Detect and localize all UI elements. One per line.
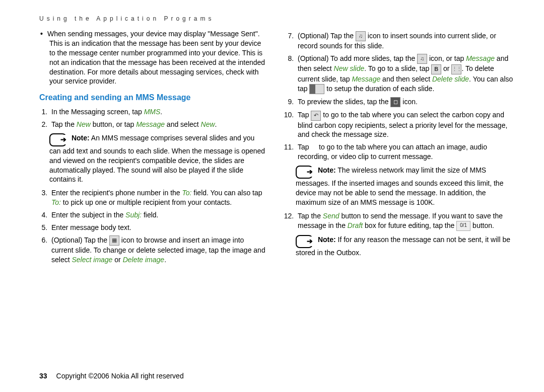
text: . [160,108,162,116]
step-6: (Optional) Tap the icon to browse and in… [49,236,267,265]
duration-icon [309,84,324,94]
text: . [164,256,166,264]
intro-bullet-list: When sending messages, your device may d… [39,29,267,86]
page: Using the Application Programs When send… [0,0,544,392]
step-3: Enter the recipient's phone number in th… [49,188,267,207]
text: field. [142,211,158,219]
page-number: 33 [39,372,47,380]
step-10: Tap to go to the tab where you can selec… [296,110,514,139]
step-4: Enter the subject in the Subj: field. [49,210,267,220]
text: or [112,256,122,264]
message-label: Message [136,120,165,128]
select-image-label: Select image [72,256,112,264]
note-text: Note: If for any reason the message can … [296,236,510,257]
note-label: Note: [318,236,336,244]
note-1: Note: An MMS message comprises several s… [49,133,267,185]
text: to go to the tab where you can select th… [298,111,507,138]
text: Tap [298,111,311,119]
delete-slide-label: Delete slide [432,75,469,83]
delete-image-label: Delete image [123,256,165,264]
text: . [215,120,217,128]
draft-button-icon: 0/1 [456,221,470,231]
text: Enter the recipient's phone number in th… [51,189,182,197]
text: or [441,64,451,72]
text: and select [165,120,201,128]
text: Tap the [51,120,77,128]
text: box for future editing, tap the [363,221,456,229]
to-label-2: To: [51,198,61,206]
note-icon [49,133,66,146]
copyright: Copyright ©2006 Nokia All right reserved [56,372,184,380]
text: icon. [402,98,418,106]
note-label: Note: [72,134,90,142]
goto-slide-icon-2 [451,64,461,74]
note-label: Note: [318,166,336,174]
goto-slide-icon [431,64,441,74]
intro-bullet: When sending messages, your device may d… [49,29,267,86]
message-label-2: Message [352,75,380,83]
text: button, or tap [91,120,136,128]
text: Tap the [298,212,323,220]
text: (Optional) Tap the [51,236,109,244]
text: To preview the slides, tap the [298,98,390,106]
image-icon [109,236,119,246]
note-icon [296,235,313,248]
step-12: Tap the Send button to send the message.… [296,211,514,231]
text: and then select [380,75,432,83]
subj-label: Subj: [125,211,142,219]
note-text: Note: The wireless network may limit the… [296,166,503,206]
text: field. You can also tap [191,189,262,197]
tab-icon [311,111,321,121]
new-label: New [77,120,91,128]
note-3: Note: If for any reason the message can … [296,235,514,258]
text: Enter the subject in the [51,211,125,219]
preview-icon [390,97,400,107]
slide-icon [417,54,427,64]
steps-list-1: In the Messaging screen, tap MMS. Tap th… [39,107,267,129]
step-1: In the Messaging screen, tap MMS. [49,107,267,117]
text: In the Messaging screen, tap [51,108,144,116]
text: . To go to a slide, tap [364,64,431,72]
to-label: To: [182,189,192,197]
section-header: Using the Application Programs [39,15,514,22]
sound-icon [356,31,366,41]
step-8: (Optional) To add more slides, tap the i… [296,54,514,94]
step-9: To preview the slides, tap the icon. [296,97,514,107]
text: (Optional) Tap the [298,32,356,40]
draft-label: Draft [348,221,363,229]
message-label: Message [466,54,495,62]
text: to go to the tab where you can attach an… [298,143,487,161]
new-slide-label: New slide [334,64,365,72]
text: button. [470,221,494,229]
text: to setup the duration of each slide. [324,85,434,93]
note-2: Note: The wireless network may limit the… [296,166,514,207]
text: to pick up one or multiple recipient fro… [61,198,232,206]
step-11: Tap to go to the tab where you can attac… [296,142,514,162]
text: icon, or tap [427,54,466,62]
steps-list-3: Enter the recipient's phone number in th… [39,188,267,265]
note-icon [296,166,313,179]
new-label-2: New [201,120,215,128]
right-column: (Optional) Tap the icon to insert sounds… [286,29,514,268]
steps-list-12: Tap the Send button to send the message.… [286,211,514,231]
mms-heading: Creating and sending an MMS Message [39,92,267,103]
step-5: Enter message body text. [49,223,267,232]
content-columns: When sending messages, your device may d… [39,29,514,268]
note-text: Note: An MMS message comprises several s… [49,134,265,184]
mms-label: MMS [144,108,161,116]
send-label: Send [323,212,339,220]
steps-list-7: (Optional) Tap the icon to insert sounds… [286,31,514,162]
step-2: Tap the New button, or tap Message and s… [49,120,267,129]
left-column: When sending messages, your device may d… [39,29,267,268]
step-7: (Optional) Tap the icon to insert sounds… [296,31,514,51]
footer: 33Copyright ©2006 Nokia All right reserv… [39,372,184,380]
text: (Optional) To add more slides, tap the [298,54,417,62]
text: Tap [298,143,311,151]
